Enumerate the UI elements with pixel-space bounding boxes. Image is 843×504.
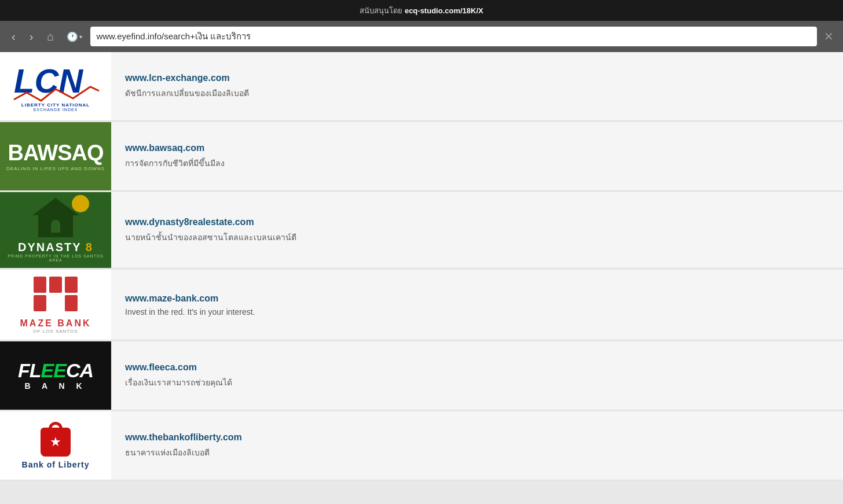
home-button[interactable]: ⌂	[42, 28, 58, 46]
maze-desc: Invest in the red. It's in your interest…	[125, 307, 829, 317]
liberty-name-text: Bank of Liberty	[22, 460, 90, 469]
bawsaq-content: www.bawsaq.com การจัดการกับชีวิตที่มีขึ้…	[111, 122, 843, 190]
fleeca-name: FLEECA	[18, 360, 93, 380]
result-maze-bank[interactable]: MAZE BANK OF LOS SANTOS www.maze-bank.co…	[0, 270, 843, 340]
svg-text:LIBERTY CITY NATIONAL: LIBERTY CITY NATIONAL	[21, 102, 90, 108]
liberty-url[interactable]: www.thebankofliberty.com	[125, 432, 829, 443]
fleeca-bank-text: B A N K	[24, 381, 86, 391]
liberty-bag-icon: ★	[39, 422, 72, 457]
search-results: LCN LIBERTY CITY NATIONAL EXCHANGE INDEX…	[0, 52, 843, 480]
history-icon: 🕐	[67, 31, 78, 42]
lcn-desc: ดัชนีการแลกเปลี่ยนของเมืองลิเบอตี	[125, 87, 829, 100]
fleeca-url[interactable]: www.fleeca.com	[125, 362, 829, 373]
liberty-desc: ธนาคารแห่งเมืองลิเบอตี	[125, 446, 829, 459]
maze-url[interactable]: www.maze-bank.com	[125, 293, 829, 304]
svg-rect-5	[65, 277, 78, 293]
svg-rect-7	[65, 295, 78, 311]
lcn-url[interactable]: www.lcn-exchange.com	[125, 73, 829, 83]
maze-svg	[32, 275, 79, 316]
dynasty-content: www.dynasty8realestate.com นายหน้าชั้นนำ…	[111, 192, 843, 268]
lcn-content: www.lcn-exchange.com ดัชนีการแลกเปลี่ยนข…	[111, 52, 843, 120]
address-bar-container	[90, 27, 817, 46]
svg-rect-6	[34, 295, 46, 311]
svg-rect-4	[49, 277, 62, 293]
result-dynasty8[interactable]: DYNASTY 8 PRIME PROPERTY IN THE LOS SANT…	[0, 192, 843, 268]
fleeca-logo: FLEECA B A N K	[0, 341, 111, 410]
result-bawsaq[interactable]: BAWSAQ DEALING IN LIFES UPS AND DOWNS ww…	[0, 122, 843, 191]
maze-logo: MAZE BANK OF LOS SANTOS	[0, 270, 111, 340]
lcn-svg: LCN LIBERTY CITY NATIONAL EXCHANGE INDEX	[9, 59, 102, 111]
lcn-logo: LCN LIBERTY CITY NATIONAL EXCHANGE INDEX	[0, 52, 111, 120]
fleeca-content: www.fleeca.com เรื่องเงินเราสามารถช่วยคุ…	[111, 341, 843, 410]
dynasty-house-icon	[32, 198, 79, 237]
address-bar[interactable]	[96, 32, 811, 42]
back-button[interactable]: ‹	[7, 28, 20, 45]
svg-rect-3	[34, 277, 46, 293]
dynasty-logo: DYNASTY 8 PRIME PROPERTY IN THE LOS SANT…	[0, 192, 111, 268]
bawsaq-desc: การจัดการกับชีวิตที่มีขึ้นมีลง	[125, 157, 829, 170]
browser-chrome: ‹ › ⌂ 🕐 ▾ ✕	[0, 21, 843, 52]
liberty-content: www.thebankofliberty.com ธนาคารแห่งเมือง…	[111, 411, 843, 480]
history-button[interactable]: 🕐 ▾	[63, 29, 86, 45]
promo-text: สนับสนุนโดย	[360, 5, 402, 17]
promo-link[interactable]: ecq-studio.com/18K/X	[405, 6, 483, 15]
bawsaq-text: BAWSAQ DEALING IN LIFES UPS AND DOWNS	[6, 142, 105, 171]
forward-button[interactable]: ›	[25, 28, 38, 45]
bawsaq-logo: BAWSAQ DEALING IN LIFES UPS AND DOWNS	[0, 122, 111, 190]
svg-text:EXCHANGE INDEX: EXCHANGE INDEX	[34, 108, 78, 111]
result-fleeca[interactable]: FLEECA B A N K www.fleeca.com เรื่องเงิน…	[0, 341, 843, 410]
result-lcn[interactable]: LCN LIBERTY CITY NATIONAL EXCHANGE INDEX…	[0, 52, 843, 121]
dynasty-url[interactable]: www.dynasty8realestate.com	[125, 217, 829, 227]
top-bar: สนับสนุนโดย ecq-studio.com/18K/X	[0, 0, 843, 21]
fleeca-desc: เรื่องเงินเราสามารถช่วยคุณได้	[125, 376, 829, 389]
liberty-logo: ★ Bank of Liberty	[0, 411, 111, 480]
result-bank-of-liberty[interactable]: ★ Bank of Liberty www.thebankofliberty.c…	[0, 411, 843, 480]
history-dropdown-icon: ▾	[79, 34, 82, 40]
close-button[interactable]: ✕	[822, 30, 836, 43]
bawsaq-url[interactable]: www.bawsaq.com	[125, 143, 829, 153]
maze-content: www.maze-bank.com Invest in the red. It'…	[111, 270, 843, 340]
dynasty-desc: นายหน้าชั้นนำของลอสซานโตลและเบลนเคาน์ตี	[125, 231, 829, 244]
